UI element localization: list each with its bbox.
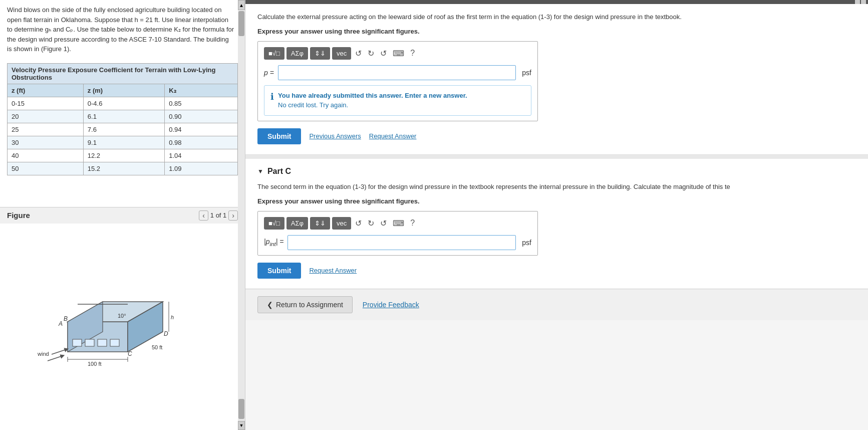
table-row: 309.10.98	[8, 136, 238, 149]
vec-btn-b[interactable]: vec	[332, 47, 351, 60]
math-unit-b: psf	[522, 69, 531, 77]
math-input-box-c: ■√□ AΣφ ⇕⇓ vec ↺ ↻ ↺ ⌨ ? |pint| = psf	[257, 211, 538, 256]
alert-sub-msg: No credit lost. Try again.	[278, 100, 467, 110]
figure-page: 1 of 1	[210, 211, 227, 219]
table-cell: 0-4.6	[83, 97, 164, 110]
table-row: 5015.21.09	[8, 162, 238, 175]
action-row-b: Submit Previous Answers Request Answer	[257, 128, 856, 144]
figure-label: Figure	[7, 211, 30, 220]
table-cell: 6.1	[83, 110, 164, 123]
table-cell: 1.04	[165, 149, 238, 162]
table-cell: 9.1	[83, 136, 164, 149]
part-c-description: The second term in the equation (1-3) fo…	[257, 182, 856, 192]
table-cell: 25	[8, 123, 84, 136]
undo-btn-b[interactable]: ↺	[353, 47, 364, 60]
col-header-zm: z (m)	[83, 84, 164, 97]
table-row: 206.10.90	[8, 110, 238, 123]
refresh-btn-c[interactable]: ↺	[378, 217, 389, 230]
math-input-row-b: p = psf	[264, 65, 531, 80]
svg-text:100 ft: 100 ft	[88, 361, 102, 367]
left-scrollbar[interactable]: ▲ ▼	[238, 0, 245, 430]
window-icon-1	[855, 0, 860, 4]
previous-answers-btn[interactable]: Previous Answers	[309, 132, 361, 140]
request-answer-btn-c[interactable]: Request Answer	[309, 267, 357, 274]
collapse-arrow-c[interactable]: ▼	[257, 168, 263, 175]
return-btn[interactable]: ❮ Return to Assignment	[257, 296, 353, 313]
part-b-section: Calculate the external pressure acting o…	[245, 4, 868, 155]
greek-btn-b[interactable]: AΣφ	[286, 47, 308, 60]
table-cell: 0.90	[165, 110, 238, 123]
help-btn-c[interactable]: ?	[408, 217, 417, 230]
table-cell: 40	[8, 149, 84, 162]
window-controls	[855, 0, 866, 4]
return-arrow-icon: ❮	[267, 301, 273, 309]
figure-area: B A C D 10° 100 ft 50 ft h wind	[0, 224, 245, 431]
scroll-up-btn[interactable]: ▲	[238, 0, 245, 10]
greek-btn-c[interactable]: AΣφ	[286, 217, 308, 230]
part-c-header: ▼ Part C	[257, 167, 856, 176]
math-input-box-b: ■√□ AΣφ ⇕⇓ vec ↺ ↻ ↺ ⌨ ? p = psf ℹ You h…	[257, 41, 538, 121]
keyboard-btn-b[interactable]: ⌨	[391, 47, 406, 60]
left-panel: ▲ Wind blows on the side of the fully en…	[0, 0, 245, 430]
next-figure-btn[interactable]: ›	[228, 210, 238, 221]
prev-figure-btn[interactable]: ‹	[199, 210, 208, 221]
svg-text:B: B	[64, 315, 68, 322]
vec-btn-c[interactable]: vec	[332, 217, 351, 230]
part-b-description: Calculate the external pressure acting o…	[257, 12, 856, 23]
undo-btn-c[interactable]: ↺	[353, 217, 364, 230]
table-section: Velocity Pressure Exposure Coefficient f…	[0, 59, 245, 179]
request-answer-btn-b[interactable]: Request Answer	[369, 132, 417, 140]
scroll-thumb-bottom	[238, 399, 244, 419]
action-row-c: Submit Request Answer	[257, 263, 856, 279]
svg-text:D: D	[164, 330, 168, 337]
bottom-bar: ❮ Return to Assignment Provide Feedback	[245, 289, 868, 320]
keyboard-btn-c[interactable]: ⌨	[391, 217, 406, 230]
part-c-section: ▼ Part C The second term in the equation…	[245, 159, 868, 289]
refresh-btn-b[interactable]: ↺	[378, 47, 389, 60]
svg-rect-7	[98, 339, 107, 346]
table-cell: 15.2	[83, 162, 164, 175]
help-btn-b[interactable]: ?	[408, 47, 417, 60]
table-cell: 0.85	[165, 97, 238, 110]
feedback-btn[interactable]: Provide Feedback	[363, 301, 419, 309]
table-row: 4012.21.04	[8, 149, 238, 162]
right-panel: Calculate the external pressure acting o…	[245, 0, 868, 430]
svg-line-24	[48, 356, 63, 361]
alert-icon-b: ℹ	[270, 91, 274, 102]
sqrt-btn-b[interactable]: ■√□	[264, 47, 284, 60]
math-field-b[interactable]	[278, 65, 516, 80]
svg-line-23	[52, 349, 67, 354]
part-c-label: Part C	[267, 167, 291, 176]
submit-btn-b[interactable]: Submit	[257, 128, 301, 144]
table-title: Velocity Pressure Exposure Coefficient f…	[8, 63, 238, 84]
sqrt-btn-c[interactable]: ■√□	[264, 217, 284, 230]
kz-table: Velocity Pressure Exposure Coefficient f…	[7, 63, 238, 175]
math-input-row-c: |pint| = psf	[264, 235, 531, 250]
submit-btn-c[interactable]: Submit	[257, 263, 301, 279]
svg-text:10°: 10°	[118, 313, 126, 319]
svg-text:wind: wind	[37, 351, 49, 357]
svg-rect-6	[85, 339, 94, 346]
table-cell: 12.2	[83, 149, 164, 162]
svg-rect-5	[73, 339, 82, 346]
arrow-btn-c[interactable]: ⇕⇓	[310, 217, 330, 230]
express-note-c: Express your answer using three signific…	[257, 197, 856, 205]
top-bar	[245, 0, 868, 4]
table-cell: 1.09	[165, 162, 238, 175]
redo-btn-b[interactable]: ↻	[366, 47, 376, 60]
return-label: Return to Assignment	[276, 301, 343, 309]
table-cell: 0-15	[8, 97, 84, 110]
redo-btn-c[interactable]: ↻	[366, 217, 376, 230]
table-row: 257.60.94	[8, 123, 238, 136]
col-header-kz: K₂	[165, 84, 238, 97]
svg-text:A: A	[58, 320, 63, 327]
figure-header: Figure ‹ 1 of 1 ›	[0, 207, 245, 224]
math-unit-c: psf	[522, 239, 531, 247]
arrow-btn-b[interactable]: ⇕⇓	[310, 47, 330, 60]
svg-text:50 ft: 50 ft	[152, 344, 162, 350]
alert-box-b: ℹ You have already submitted this answer…	[264, 85, 531, 116]
window-icon-2	[861, 0, 866, 4]
figure-nav: ‹ 1 of 1 ›	[199, 210, 238, 221]
math-field-c[interactable]	[287, 235, 516, 250]
alert-text-b: You have already submitted this answer. …	[278, 91, 467, 110]
